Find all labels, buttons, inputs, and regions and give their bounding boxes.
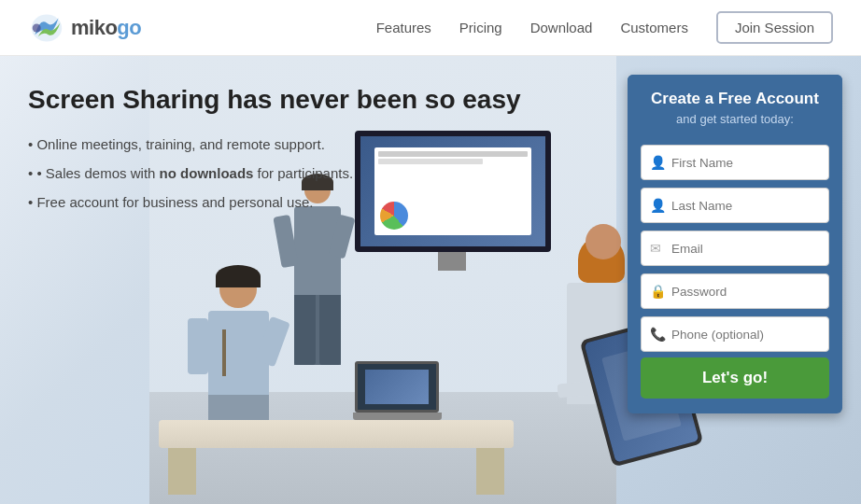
nav-pricing[interactable]: Pricing	[459, 16, 502, 39]
person-icon: 👤	[650, 155, 666, 170]
email-wrap: ✉	[641, 231, 829, 266]
lock-icon: 🔒	[650, 284, 666, 299]
tv-mount	[438, 252, 466, 271]
email-input[interactable]	[641, 231, 829, 266]
logo-text: mikogo	[71, 16, 141, 40]
bullet-1: Online meetings, training, and remote su…	[28, 134, 521, 154]
signup-header: Create a Free Account and get started to…	[628, 75, 842, 133]
main-nav: Features Pricing Download Customers Join…	[376, 11, 833, 44]
first-name-wrap: 👤	[641, 145, 829, 180]
signup-form: 👤 👤 ✉ 🔒 📞	[628, 133, 842, 352]
logo-icon	[28, 11, 65, 45]
site-header: mikogo Features Pricing Download Custome…	[0, 0, 861, 56]
phone-wrap: 📞	[641, 316, 829, 352]
last-name-input[interactable]	[641, 188, 829, 223]
email-icon: ✉	[650, 241, 661, 256]
table-leg-left	[168, 448, 196, 495]
signup-panel: Create a Free Account and get started to…	[628, 75, 842, 413]
bullet-3: Free account for business and personal u…	[28, 192, 521, 212]
first-name-input[interactable]	[641, 145, 829, 180]
logo[interactable]: mikogo	[28, 11, 141, 45]
signup-subtitle: and get started today:	[639, 112, 831, 126]
bold-no-downloads: no downloads	[160, 165, 254, 181]
hero-headline: Screen Sharing has never been so easy	[28, 84, 521, 116]
person-icon-2: 👤	[650, 198, 666, 213]
nav-customers[interactable]: Customers	[620, 16, 688, 39]
join-session-button[interactable]: Join Session	[716, 11, 833, 44]
svg-point-1	[33, 23, 41, 32]
nav-download[interactable]: Download	[530, 16, 593, 39]
laptop	[355, 361, 439, 422]
password-input[interactable]	[641, 273, 829, 309]
conference-table	[159, 420, 514, 448]
nav-features[interactable]: Features	[376, 16, 431, 39]
phone-icon: 📞	[650, 327, 666, 342]
signup-title: Create a Free Account	[639, 90, 831, 108]
hero-text-area: Screen Sharing has never been so easy On…	[28, 84, 521, 212]
phone-input[interactable]	[641, 316, 829, 352]
last-name-wrap: 👤	[641, 188, 829, 223]
submit-button[interactable]: Let's go!	[641, 357, 829, 399]
main-content: Screen Sharing has never been so easy On…	[0, 56, 861, 504]
hero-bullet-list: Online meetings, training, and remote su…	[28, 134, 521, 212]
table-leg-right	[476, 448, 504, 495]
bullet-2: • Sales demos with no downloads for part…	[28, 163, 521, 183]
password-wrap: 🔒	[641, 273, 829, 309]
